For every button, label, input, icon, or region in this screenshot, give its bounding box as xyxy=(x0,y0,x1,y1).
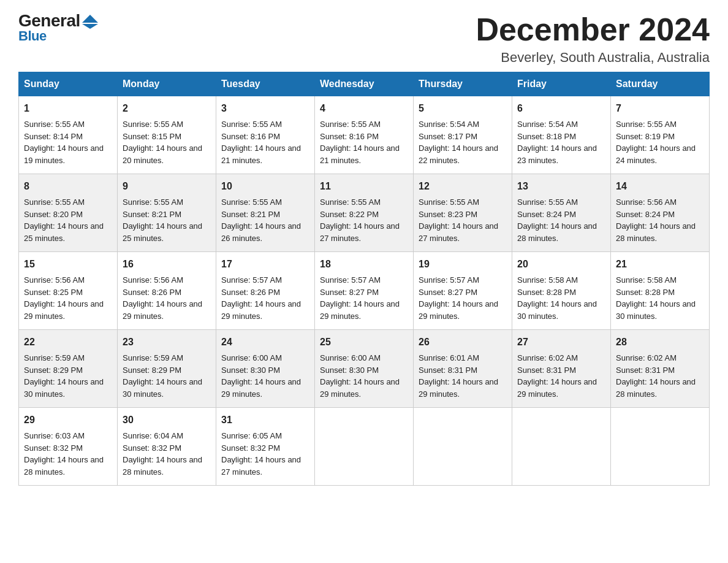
day-info: Sunrise: 6:02 AMSunset: 8:31 PMDaylight:… xyxy=(616,352,704,400)
day-number: 20 xyxy=(517,257,605,272)
day-number: 22 xyxy=(24,335,112,350)
col-friday: Friday xyxy=(512,72,611,96)
day-number: 12 xyxy=(419,179,507,194)
calendar-day-cell: 27Sunrise: 6:02 AMSunset: 8:31 PMDayligh… xyxy=(512,330,611,408)
location-subtitle: Beverley, South Australia, Australia xyxy=(476,50,710,66)
day-info: Sunrise: 5:55 AMSunset: 8:24 PMDaylight:… xyxy=(517,196,605,244)
day-info: Sunrise: 5:58 AMSunset: 8:28 PMDaylight:… xyxy=(517,274,605,322)
day-number: 18 xyxy=(320,257,408,272)
calendar-day-cell: 30Sunrise: 6:04 AMSunset: 8:32 PMDayligh… xyxy=(118,408,216,486)
day-number: 9 xyxy=(123,179,211,194)
calendar-day-cell: 2Sunrise: 5:55 AMSunset: 8:15 PMDaylight… xyxy=(118,96,216,174)
calendar-day-cell xyxy=(512,408,611,486)
calendar-day-cell: 12Sunrise: 5:55 AMSunset: 8:23 PMDayligh… xyxy=(414,174,512,252)
calendar-day-cell: 25Sunrise: 6:00 AMSunset: 8:30 PMDayligh… xyxy=(315,330,414,408)
calendar-day-cell: 9Sunrise: 5:55 AMSunset: 8:21 PMDaylight… xyxy=(118,174,216,252)
day-info: Sunrise: 6:00 AMSunset: 8:30 PMDaylight:… xyxy=(320,352,408,400)
calendar-day-cell xyxy=(315,408,414,486)
day-info: Sunrise: 5:55 AMSunset: 8:20 PMDaylight:… xyxy=(24,196,112,244)
calendar-day-cell: 4Sunrise: 5:55 AMSunset: 8:16 PMDaylight… xyxy=(315,96,414,174)
day-number: 11 xyxy=(320,179,408,194)
day-number: 23 xyxy=(123,335,211,350)
calendar-day-cell: 26Sunrise: 6:01 AMSunset: 8:31 PMDayligh… xyxy=(414,330,512,408)
calendar-day-cell: 21Sunrise: 5:58 AMSunset: 8:28 PMDayligh… xyxy=(611,252,710,330)
day-number: 10 xyxy=(221,179,309,194)
day-info: Sunrise: 5:57 AMSunset: 8:27 PMDaylight:… xyxy=(419,274,507,322)
col-monday: Monday xyxy=(118,72,216,96)
day-info: Sunrise: 5:54 AMSunset: 8:17 PMDaylight:… xyxy=(419,118,507,166)
day-info: Sunrise: 5:55 AMSunset: 8:16 PMDaylight:… xyxy=(221,118,309,166)
logo: General Blue xyxy=(18,12,98,43)
day-info: Sunrise: 6:00 AMSunset: 8:30 PMDaylight:… xyxy=(221,352,309,400)
calendar-table: Sunday Monday Tuesday Wednesday Thursday… xyxy=(18,72,710,486)
calendar-day-cell: 20Sunrise: 5:58 AMSunset: 8:28 PMDayligh… xyxy=(512,252,611,330)
calendar-day-cell: 7Sunrise: 5:55 AMSunset: 8:19 PMDaylight… xyxy=(611,96,710,174)
day-info: Sunrise: 6:03 AMSunset: 8:32 PMDaylight:… xyxy=(24,430,112,478)
calendar-day-cell: 22Sunrise: 5:59 AMSunset: 8:29 PMDayligh… xyxy=(19,330,118,408)
day-info: Sunrise: 5:55 AMSunset: 8:23 PMDaylight:… xyxy=(419,196,507,244)
col-thursday: Thursday xyxy=(414,72,512,96)
calendar-day-cell: 29Sunrise: 6:03 AMSunset: 8:32 PMDayligh… xyxy=(19,408,118,486)
calendar-day-cell: 6Sunrise: 5:54 AMSunset: 8:18 PMDaylight… xyxy=(512,96,611,174)
logo-bottom-text: Blue xyxy=(18,29,98,43)
day-number: 7 xyxy=(616,101,704,116)
day-number: 4 xyxy=(320,101,408,116)
day-info: Sunrise: 5:56 AMSunset: 8:24 PMDaylight:… xyxy=(616,196,704,244)
calendar-week-row: 8Sunrise: 5:55 AMSunset: 8:20 PMDaylight… xyxy=(19,174,710,252)
day-info: Sunrise: 5:58 AMSunset: 8:28 PMDaylight:… xyxy=(616,274,704,322)
day-number: 6 xyxy=(517,101,605,116)
day-info: Sunrise: 5:55 AMSunset: 8:19 PMDaylight:… xyxy=(616,118,704,166)
calendar-week-row: 15Sunrise: 5:56 AMSunset: 8:25 PMDayligh… xyxy=(19,252,710,330)
col-tuesday: Tuesday xyxy=(216,72,315,96)
day-number: 29 xyxy=(24,413,112,427)
calendar-week-row: 22Sunrise: 5:59 AMSunset: 8:29 PMDayligh… xyxy=(19,330,710,408)
calendar-day-cell: 17Sunrise: 5:57 AMSunset: 8:26 PMDayligh… xyxy=(216,252,315,330)
day-number: 16 xyxy=(123,257,211,272)
day-number: 27 xyxy=(517,335,605,350)
calendar-title-area: December 2024 Beverley, South Australia,… xyxy=(476,12,710,66)
day-number: 8 xyxy=(24,179,112,194)
day-info: Sunrise: 5:59 AMSunset: 8:29 PMDaylight:… xyxy=(123,352,211,400)
day-info: Sunrise: 5:55 AMSunset: 8:22 PMDaylight:… xyxy=(320,196,408,244)
col-wednesday: Wednesday xyxy=(315,72,414,96)
day-info: Sunrise: 5:59 AMSunset: 8:29 PMDaylight:… xyxy=(24,352,112,400)
calendar-day-cell: 5Sunrise: 5:54 AMSunset: 8:17 PMDaylight… xyxy=(414,96,512,174)
calendar-day-cell: 15Sunrise: 5:56 AMSunset: 8:25 PMDayligh… xyxy=(19,252,118,330)
calendar-day-cell xyxy=(414,408,512,486)
day-number: 14 xyxy=(616,179,704,194)
day-number: 2 xyxy=(123,101,211,116)
calendar-day-cell: 28Sunrise: 6:02 AMSunset: 8:31 PMDayligh… xyxy=(611,330,710,408)
calendar-day-cell: 31Sunrise: 6:05 AMSunset: 8:32 PMDayligh… xyxy=(216,408,315,486)
calendar-day-cell: 18Sunrise: 5:57 AMSunset: 8:27 PMDayligh… xyxy=(315,252,414,330)
month-title: December 2024 xyxy=(476,12,710,47)
calendar-day-cell: 8Sunrise: 5:55 AMSunset: 8:20 PMDaylight… xyxy=(19,174,118,252)
calendar-day-cell: 24Sunrise: 6:00 AMSunset: 8:30 PMDayligh… xyxy=(216,330,315,408)
calendar-day-cell: 10Sunrise: 5:55 AMSunset: 8:21 PMDayligh… xyxy=(216,174,315,252)
day-number: 17 xyxy=(221,257,309,272)
calendar-day-cell: 11Sunrise: 5:55 AMSunset: 8:22 PMDayligh… xyxy=(315,174,414,252)
day-number: 13 xyxy=(517,179,605,194)
calendar-day-cell: 19Sunrise: 5:57 AMSunset: 8:27 PMDayligh… xyxy=(414,252,512,330)
day-info: Sunrise: 6:02 AMSunset: 8:31 PMDaylight:… xyxy=(517,352,605,400)
day-number: 25 xyxy=(320,335,408,350)
col-saturday: Saturday xyxy=(611,72,710,96)
day-info: Sunrise: 5:55 AMSunset: 8:15 PMDaylight:… xyxy=(123,118,211,166)
calendar-day-cell: 13Sunrise: 5:55 AMSunset: 8:24 PMDayligh… xyxy=(512,174,611,252)
day-info: Sunrise: 5:54 AMSunset: 8:18 PMDaylight:… xyxy=(517,118,605,166)
day-number: 28 xyxy=(616,335,704,350)
calendar-week-row: 29Sunrise: 6:03 AMSunset: 8:32 PMDayligh… xyxy=(19,408,710,486)
calendar-day-cell: 1Sunrise: 5:55 AMSunset: 8:14 PMDaylight… xyxy=(19,96,118,174)
day-number: 31 xyxy=(221,413,309,427)
page-header: General Blue December 2024 Beverley, Sou… xyxy=(18,12,710,66)
day-info: Sunrise: 5:55 AMSunset: 8:21 PMDaylight:… xyxy=(123,196,211,244)
day-number: 15 xyxy=(24,257,112,272)
day-info: Sunrise: 5:55 AMSunset: 8:16 PMDaylight:… xyxy=(320,118,408,166)
col-sunday: Sunday xyxy=(19,72,118,96)
day-number: 19 xyxy=(419,257,507,272)
day-info: Sunrise: 5:57 AMSunset: 8:27 PMDaylight:… xyxy=(320,274,408,322)
logo-top-text: General xyxy=(18,12,80,29)
calendar-day-cell: 23Sunrise: 5:59 AMSunset: 8:29 PMDayligh… xyxy=(118,330,216,408)
day-info: Sunrise: 6:04 AMSunset: 8:32 PMDaylight:… xyxy=(123,430,211,478)
calendar-day-cell xyxy=(611,408,710,486)
day-number: 24 xyxy=(221,335,309,350)
